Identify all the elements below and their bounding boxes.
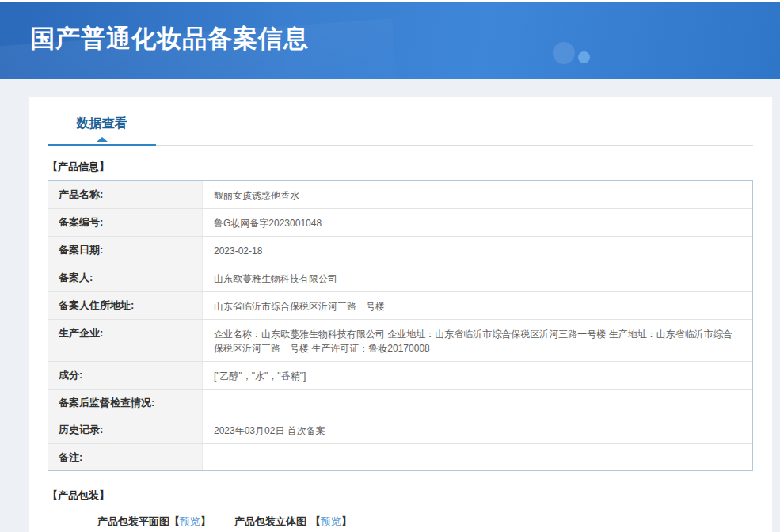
tab-data-view-label: 数据查看: [77, 116, 127, 130]
row-value: [203, 444, 752, 470]
tabs-bar: 数据查看: [48, 106, 753, 146]
table-row: 历史记录: 2023年03月02日 首次备案: [48, 416, 752, 443]
packaging-stereo-label: 产品包装立体图: [234, 515, 306, 527]
row-label: 备案人住所地址:: [48, 292, 203, 319]
table-row: 成分: ["乙醇"，"水"，"香精"]: [48, 361, 752, 389]
tab-active-pointer-icon: [97, 137, 108, 142]
bracket-close: 】: [341, 515, 352, 527]
packaging-stereo-item: 产品包装立体图【预览】: [234, 515, 352, 529]
table-row: 备注:: [48, 443, 752, 470]
bracket-open: 【: [310, 515, 321, 527]
table-row: 备案后监督检查情况:: [48, 389, 752, 416]
table-row: 生产企业: 企业名称：山东欧蔓雅生物科技有限公司 企业地址：山东省临沂市综合保税…: [48, 319, 752, 361]
preview-flat-link[interactable]: 预览: [180, 515, 200, 527]
table-row: 产品名称: 靓丽女孩诱惑他香水: [48, 181, 752, 208]
table-row: 备案人: 山东欧蔓雅生物科技有限公司: [48, 264, 752, 291]
row-value: [203, 390, 752, 416]
row-value: 企业名称：山东欧蔓雅生物科技有限公司 企业地址：山东省临沂市综合保税区沂河三路一…: [203, 320, 752, 361]
bracket-close: 】: [200, 515, 211, 527]
product-info-table: 产品名称: 靓丽女孩诱惑他香水 备案编号: 鲁G妆网备字2023001048 备…: [48, 180, 753, 471]
table-row: 备案人住所地址: 山东省临沂市综合保税区沂河三路一号楼: [48, 291, 752, 319]
row-value: 2023-02-18: [203, 237, 752, 264]
section-title-packaging: 【产品包装】: [48, 488, 753, 503]
row-label: 成分:: [48, 362, 203, 389]
row-value: 山东欧蔓雅生物科技有限公司: [203, 264, 752, 291]
row-label: 备案编号:: [48, 209, 203, 236]
section-packaging: 【产品包装】 产品包装平面图【预览】 产品包装立体图【预览】: [48, 488, 753, 529]
row-value: ["乙醇"，"水"，"香精"]: [203, 362, 752, 389]
row-label: 历史记录:: [48, 416, 203, 443]
page-title: 国产普通化妆品备案信息: [0, 2, 780, 55]
packaging-flat-label: 产品包装平面图: [97, 515, 169, 527]
row-label: 备案人:: [48, 264, 203, 291]
packaging-flat-item: 产品包装平面图【预览】: [97, 515, 211, 529]
preview-stereo-link[interactable]: 预览: [321, 515, 341, 527]
row-value: 山东省临沂市综合保税区沂河三路一号楼: [203, 292, 752, 319]
row-value: 鲁G妆网备字2023001048: [203, 209, 752, 236]
section-title-product-info: 【产品信息】: [48, 160, 753, 174]
row-label: 备案后监督检查情况:: [48, 390, 203, 416]
bracket-open: 【: [169, 515, 180, 527]
row-label: 生产企业:: [48, 320, 203, 361]
row-value: 靓丽女孩诱惑他香水: [203, 181, 752, 208]
row-value: 2023年03月02日 首次备案: [203, 416, 752, 443]
content-card: 数据查看 【产品信息】 产品名称: 靓丽女孩诱惑他香水 备案编号: 鲁G妆网备字…: [29, 97, 772, 532]
row-label: 备注:: [48, 444, 203, 470]
row-label: 备案日期:: [48, 237, 203, 264]
table-row: 备案编号: 鲁G妆网备字2023001048: [48, 208, 752, 236]
tab-data-view[interactable]: 数据查看: [48, 116, 156, 146]
table-row: 备案日期: 2023-02-18: [48, 236, 752, 264]
page-header: 国产普通化妆品备案信息: [0, 2, 780, 79]
row-label: 产品名称:: [48, 181, 203, 208]
packaging-links-row: 产品包装平面图【预览】 产品包装立体图【预览】: [48, 515, 753, 529]
